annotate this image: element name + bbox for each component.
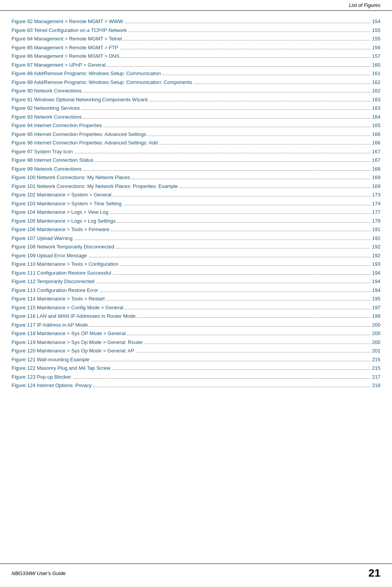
list-item: Figure 104 Maintenance > Logs > View Log… xyxy=(12,208,380,216)
toc-dots xyxy=(91,361,371,361)
toc-entry-label: Figure 98 Internet Connection Status xyxy=(12,156,93,164)
toc-dots xyxy=(124,40,370,40)
toc-dots xyxy=(74,240,371,240)
list-item: Figure 94 Internet Connection Properties… xyxy=(12,122,380,129)
toc-entry-page: 215 xyxy=(372,356,380,364)
toc-entry-page: 193 xyxy=(372,260,380,268)
toc-entry-page: 169 xyxy=(372,183,380,190)
toc-entry-page: 217 xyxy=(372,373,380,381)
toc-dots xyxy=(128,32,370,32)
toc-entry-label: Figure 86 Management > Remote MGMT > DNS xyxy=(12,52,119,60)
toc-dots xyxy=(123,205,370,205)
toc-entry-label: Figure 97 System Tray Icon xyxy=(12,148,73,156)
list-item: Figure 106 Maintenance > Tools > Firmwar… xyxy=(12,226,380,233)
toc-entry-page: 167 xyxy=(372,156,380,164)
header-title: List of Figures xyxy=(349,2,380,8)
toc-entry-label: Figure 107 Upload Warning xyxy=(12,235,73,242)
toc-entry-page: 197 xyxy=(372,304,380,312)
toc-dots xyxy=(125,309,371,309)
toc-dots xyxy=(117,222,370,223)
toc-entry-page: 194 xyxy=(372,287,380,294)
list-item: Figure 91 Windows Optional Networking Co… xyxy=(12,96,380,104)
toc-entry-label: Figure 103 Maintenance > System > Time S… xyxy=(12,200,121,208)
list-item: Figure 112 Temporarily Disconnected194 xyxy=(12,278,380,285)
toc-dots xyxy=(83,118,370,119)
toc-entry-page: 200 xyxy=(372,321,380,329)
footer-page: 21 xyxy=(369,567,380,579)
toc-dots xyxy=(106,300,370,300)
toc-entry-label: Figure 118 Maintenance > Sys OP Mode > G… xyxy=(12,330,126,337)
toc-entry-label: Figure 90 Network Connections xyxy=(12,87,82,95)
toc-entry-page: 164 xyxy=(372,113,380,121)
toc-dots xyxy=(74,153,370,153)
toc-entry-page: 155 xyxy=(372,27,380,34)
list-item: Figure 122 Masonry Plug and M4 Tap Screw… xyxy=(12,364,380,372)
toc-entry-label: Figure 92 Networking Services xyxy=(12,104,80,112)
toc-dots xyxy=(121,57,370,58)
toc-entry-label: Figure 112 Temporarily Disconnected xyxy=(12,278,94,285)
toc-entry-label: Figure 122 Masonry Plug and M4 Tap Screw xyxy=(12,364,110,372)
toc-content: Figure 82 Management > Remote MGMT > WWW… xyxy=(0,11,392,414)
toc-entry-page: 166 xyxy=(372,131,380,138)
list-item: Figure 88 Add/Remove Programs: Windows S… xyxy=(12,70,380,77)
toc-entry-page: 166 xyxy=(372,139,380,147)
toc-entry-label: Figure 85 Management > Remote MGMT > FTP xyxy=(12,44,118,52)
toc-dots xyxy=(159,144,370,144)
toc-entry-page: 161 xyxy=(372,70,380,77)
list-item: Figure 115 Maintenance > Config Mode > G… xyxy=(12,304,380,312)
toc-dots xyxy=(162,75,370,75)
toc-entry-label: Figure 106 Maintenance > Tools > Firmwar… xyxy=(12,226,109,233)
toc-entry-page: 154 xyxy=(372,18,380,25)
toc-dots xyxy=(83,170,370,171)
toc-entry-label: Figure 88 Add/Remove Programs: Windows S… xyxy=(12,70,161,77)
toc-entry-page: 200 xyxy=(372,330,380,337)
toc-dots xyxy=(96,283,370,283)
toc-entry-page: 163 xyxy=(372,96,380,104)
toc-entry-label: Figure 110 Maintenance > Tools > Configu… xyxy=(12,260,118,268)
toc-entry-page: 157 xyxy=(372,52,380,60)
toc-dots xyxy=(111,231,370,231)
toc-entry-page: 169 xyxy=(372,174,380,181)
footer-guide: NBG334W User's Guide xyxy=(12,570,65,576)
list-item: Figure 95 Internet Connection Properties… xyxy=(12,131,380,138)
toc-entry-page: 191 xyxy=(372,226,380,233)
list-item: Figure 98 Internet Connection Status167 xyxy=(12,156,380,164)
toc-dots xyxy=(112,369,370,370)
toc-dots xyxy=(149,101,370,101)
toc-dots xyxy=(144,344,370,344)
toc-dots xyxy=(89,257,370,257)
toc-dots xyxy=(137,317,370,318)
list-item: Figure 111 Configuration Restore Success… xyxy=(12,269,380,277)
toc-entry-page: 200 xyxy=(372,339,380,346)
toc-dots xyxy=(132,179,371,179)
toc-entry-label: Figure 113 Configuration Restore Error xyxy=(12,287,98,294)
toc-dots xyxy=(120,265,370,266)
toc-dots xyxy=(148,136,371,136)
list-item: Figure 90 Network Connections162 xyxy=(12,87,380,95)
toc-entry-label: Figure 111 Configuration Restore Success… xyxy=(12,269,111,277)
toc-entry-label: Figure 124 Internet Options: Privacy xyxy=(12,382,92,389)
list-item: Figure 96 Internet Connection Properties… xyxy=(12,139,380,147)
toc-dots xyxy=(100,292,371,292)
toc-entry-label: Figure 121 Wall-mounting Example xyxy=(12,356,90,364)
toc-entry-page: 160 xyxy=(372,61,380,69)
list-item: Figure 110 Maintenance > Tools > Configu… xyxy=(12,260,380,268)
toc-entry-label: Figure 99 Network Connections xyxy=(12,165,82,173)
toc-entry-label: Figure 82 Management > Remote MGMT > WWW xyxy=(12,18,123,25)
toc-entry-page: 192 xyxy=(372,252,380,260)
toc-entry-label: Figure 84 Management > Remote MGMT > Tel… xyxy=(12,35,122,43)
page-footer: NBG334W User's Guide 21 xyxy=(0,564,392,579)
toc-entry-label: Figure 94 Internet Connection Properties xyxy=(12,122,102,129)
toc-dots xyxy=(113,274,371,275)
toc-dots xyxy=(136,352,371,352)
toc-entry-label: Figure 108 Network Temporarily Disconnec… xyxy=(12,243,114,251)
toc-entry-page: 201 xyxy=(372,347,380,355)
toc-entry-label: Figure 87 Management > UPnP > General xyxy=(12,61,106,69)
list-item: Figure 103 Maintenance > System > Time S… xyxy=(12,200,380,208)
list-item: Figure 119 Maintenance > Sys Op Mode > G… xyxy=(12,339,380,346)
toc-entry-page: 162 xyxy=(372,87,380,95)
toc-entry-page: 156 xyxy=(372,44,380,52)
list-item: Figure 121 Wall-mounting Example215 xyxy=(12,356,380,364)
toc-dots xyxy=(83,92,370,92)
toc-entry-page: 162 xyxy=(372,79,380,86)
